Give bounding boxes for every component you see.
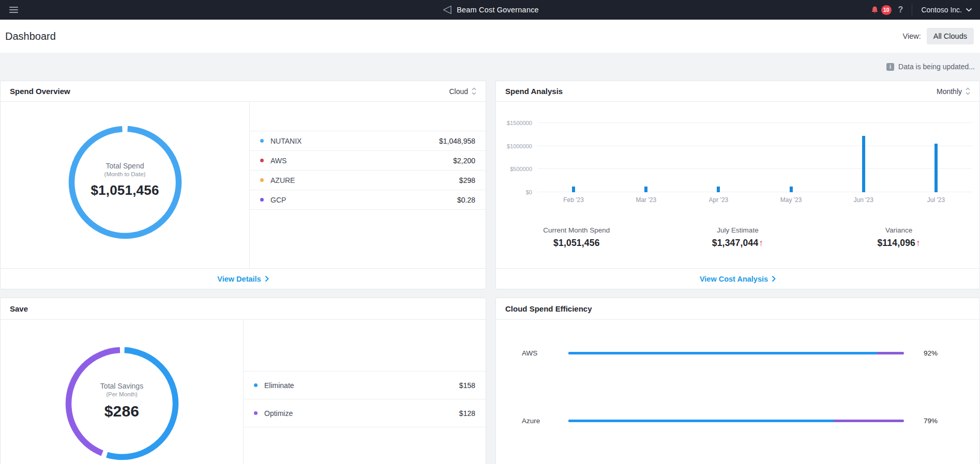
x-axis-labels: Feb '23Mar '23Apr '23May '23Jun '23Jul '… — [537, 196, 972, 204]
x-axis-tick-label: Feb '23 — [537, 196, 610, 204]
view-details-label: View Details — [217, 275, 261, 283]
aws-dot-icon — [260, 159, 264, 162]
spend-analysis-footer: View Cost Analysis — [496, 268, 979, 289]
total-savings-label: Total Savings — [76, 382, 169, 390]
efficiency-progress-fill — [568, 352, 877, 354]
sorter-icon — [966, 87, 970, 95]
efficiency-row-aws: AWS92% — [496, 347, 979, 359]
azure-dot-icon — [260, 178, 264, 182]
bell-icon — [870, 6, 879, 14]
y-axis-tick-label: $1000000 — [507, 143, 532, 149]
save-legend-name: Eliminate — [264, 381, 294, 390]
y-axis-tick-label: $1500000 — [507, 120, 532, 126]
stat-july-estimate: July Estimate$1,347,044↑ — [657, 226, 819, 249]
chevron-right-icon — [772, 276, 776, 282]
eliminate-dot-icon — [254, 383, 258, 387]
help-button[interactable]: ? — [898, 5, 903, 14]
trend-up-arrow-icon: ↑ — [759, 238, 763, 248]
spend-overview-legend-value: $0.28 — [457, 196, 475, 204]
stat-label: July Estimate — [657, 226, 819, 234]
stat-value: $1,051,456 — [496, 238, 657, 249]
spend-overview-groupby-selector[interactable]: Cloud — [449, 87, 476, 96]
gcp-dot-icon — [260, 198, 264, 202]
save-card: Save Total Savings (Per Month) $286 — [0, 298, 486, 464]
x-axis-tick-label: May '23 — [755, 196, 827, 204]
data-update-notice: i Data is being updated... — [0, 53, 980, 81]
spend-analysis-title: Spend Analysis — [505, 87, 563, 96]
spend-overview-legend-row: NUTANIX$1,048,958 — [250, 131, 486, 151]
spend-bar-feb23 — [572, 187, 575, 192]
spend-overview-donut-pane: Total Spend (Month to Date) $1,051,456 — [1, 102, 250, 268]
stat-label: Current Month Spend — [496, 226, 657, 234]
efficiency-percent-value: 79% — [924, 417, 949, 425]
chevron-right-icon — [265, 276, 269, 282]
spend-analysis-card: Spend Analysis Monthly $0$500000$1000000… — [495, 81, 980, 289]
view-details-link[interactable]: View Details — [217, 275, 268, 283]
spend-overview-legend-name: NUTANIX — [270, 137, 301, 145]
efficiency-percent-value: 92% — [924, 349, 949, 357]
save-legend-name: Optimize — [264, 409, 293, 417]
optimize-dot-icon — [254, 411, 258, 415]
spend-overview-legend-row: AZURE$298 — [250, 171, 486, 190]
spend-bar-apr23 — [717, 187, 720, 192]
app-title-group: Beam Cost Governance — [441, 5, 539, 15]
spend-overview-legend-value: $298 — [459, 176, 475, 184]
spend-overview-legend-value: $2,200 — [453, 157, 475, 165]
spend-analysis-stats: Current Month Spend$1,051,456July Estima… — [496, 226, 979, 249]
hamburger-menu-button[interactable] — [8, 5, 19, 15]
y-axis-tick-label: $0 — [526, 189, 532, 195]
topbar: Beam Cost Governance 10 ? Contoso Inc. — [0, 0, 980, 20]
spend-analysis-period-selector[interactable]: Monthly — [937, 87, 970, 96]
spend-overview-legend-name: GCP — [270, 196, 286, 204]
total-spend-sublabel: (Month to Date) — [79, 171, 172, 177]
save-title: Save — [10, 304, 28, 313]
view-group: View: All Clouds — [903, 28, 974, 44]
save-legend-value: $128 — [459, 409, 475, 417]
save-legend-row: Eliminate$158 — [244, 372, 486, 399]
notifications-button[interactable]: 10 — [870, 5, 892, 15]
total-savings-value: $286 — [76, 403, 169, 420]
efficiency-cloud-name: Azure — [522, 417, 568, 425]
dashboard-content: i Data is being updated... Spend Overvie… — [0, 53, 980, 464]
save-body: Total Savings (Per Month) $286 Eliminate… — [1, 320, 486, 464]
gridline — [537, 168, 972, 169]
save-header: Save — [1, 298, 486, 320]
topbar-actions: 10 ? Contoso Inc. — [870, 4, 972, 16]
stat-value: $114,096↑ — [818, 238, 979, 249]
cards-grid: Spend Overview Cloud T — [0, 81, 980, 464]
spend-overview-body: Total Spend (Month to Date) $1,051,456 N… — [1, 102, 486, 268]
view-cost-analysis-link[interactable]: View Cost Analysis — [700, 275, 776, 283]
spend-bar-jul23 — [934, 144, 938, 192]
total-spend-label: Total Spend — [79, 162, 172, 170]
gridline — [537, 192, 972, 192]
efficiency-progress-bar — [568, 352, 904, 354]
cloud-spend-efficiency-body: AWS92%Azure79% — [496, 320, 979, 464]
y-axis-tick-label: $500000 — [510, 166, 532, 172]
spend-overview-legend-row: GCP$0.28 — [250, 190, 486, 210]
spend-analysis-header: Spend Analysis Monthly — [496, 81, 979, 102]
spend-overview-legend-value: $1,048,958 — [439, 137, 475, 145]
page-header: Dashboard View: All Clouds — [0, 20, 980, 53]
app-root: Beam Cost Governance 10 ? Contoso Inc. D… — [0, 0, 980, 464]
tenant-selector[interactable]: Contoso Inc. — [921, 6, 972, 14]
notification-count-badge: 10 — [881, 5, 892, 15]
view-selector-button[interactable]: All Clouds — [927, 28, 974, 44]
spend-analysis-plot-area: $0$500000$1000000$1500000 — [537, 123, 972, 192]
efficiency-progress-bar — [568, 420, 904, 422]
spend-overview-footer: View Details — [1, 268, 486, 289]
chevron-down-icon — [966, 8, 972, 12]
spend-analysis-period-value: Monthly — [937, 87, 962, 96]
efficiency-cloud-name: AWS — [522, 349, 568, 357]
efficiency-progress-fill — [568, 420, 834, 422]
x-axis-tick-label: Jul '23 — [900, 196, 972, 204]
sorter-icon — [472, 87, 476, 95]
spend-analysis-body: $0$500000$1000000$1500000Feb '23Mar '23A… — [496, 102, 979, 268]
spend-overview-title: Spend Overview — [10, 87, 70, 96]
trend-up-arrow-icon: ↑ — [916, 238, 921, 248]
gridline — [537, 122, 972, 123]
tenant-name: Contoso Inc. — [921, 6, 962, 14]
save-legend-value: $158 — [459, 381, 475, 390]
spend-bar-jun23 — [862, 136, 865, 192]
save-legend-row: Optimize$128 — [244, 399, 486, 427]
x-axis-tick-label: Apr '23 — [682, 196, 755, 204]
